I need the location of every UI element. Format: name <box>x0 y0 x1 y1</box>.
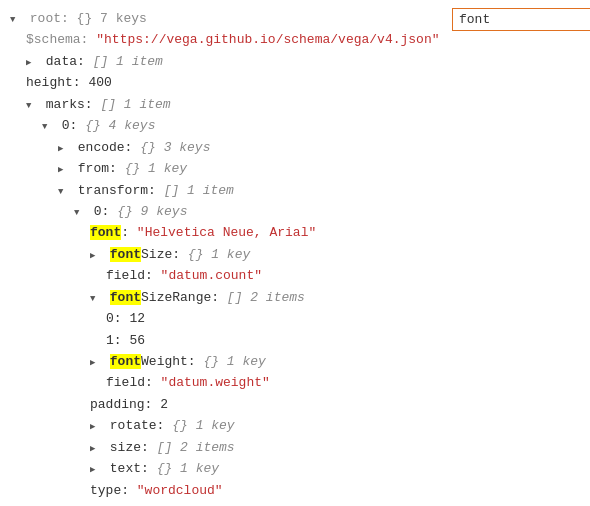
fontsize-field-line: field: "datum.count" <box>10 265 432 286</box>
fsr0-line: 0: 12 <box>10 308 432 329</box>
fsr1-key: 1: <box>106 333 129 348</box>
fontsizerange-arrow[interactable] <box>90 287 102 308</box>
padding-inner-val: 2 <box>160 397 168 412</box>
fontsizerange-rest: SizeRange: <box>141 290 227 305</box>
fontsize-field-val: "datum.count" <box>161 268 262 283</box>
type-inner-key: type: <box>90 483 137 498</box>
schema-line: $schema: "https://vega.github.io/schema/… <box>10 29 432 50</box>
marks-arrow[interactable] <box>26 94 38 115</box>
data-arrow[interactable] <box>26 51 38 72</box>
text-line: text: {} 1 key <box>10 458 432 479</box>
encode-line: encode: {} 3 keys <box>10 137 432 158</box>
height-val: 400 <box>88 75 111 90</box>
padding-inner-key: padding: <box>90 397 160 412</box>
marks-meta: [] 1 item <box>100 97 170 112</box>
search-input[interactable] <box>452 8 590 31</box>
mark0-key: 0: <box>62 118 85 133</box>
fontweight-highlight: font <box>110 354 141 369</box>
transform0-line: 0: {} 9 keys <box>10 201 432 222</box>
fontsize-rest: Size: <box>141 247 188 262</box>
size-key: size: <box>110 440 157 455</box>
from-key: from: <box>78 161 125 176</box>
mark0-arrow[interactable] <box>42 115 54 136</box>
transform-arrow[interactable] <box>58 180 70 201</box>
fsr0-val: 12 <box>129 311 145 326</box>
rotate-line: rotate: {} 1 key <box>10 415 432 436</box>
from-line: from: {} 1 key <box>10 158 432 179</box>
text-arrow[interactable] <box>90 458 102 479</box>
text-meta: {} 1 key <box>157 461 219 476</box>
json-panel: root: {} 7 keys $schema: "https://vega.g… <box>0 0 442 506</box>
size-meta: [] 2 items <box>157 440 235 455</box>
fontsizerange-line: fontSizeRange: [] 2 items <box>10 287 432 308</box>
fontweight-arrow[interactable] <box>90 351 102 372</box>
fontweight-field-line: field: "datum.weight" <box>10 372 432 393</box>
from-arrow[interactable] <box>58 158 70 179</box>
encode-arrow[interactable] <box>58 137 70 158</box>
encode-meta: {} 3 keys <box>140 140 210 155</box>
fontsize-meta: {} 1 key <box>188 247 250 262</box>
data-key: data: <box>46 54 93 69</box>
fontsizerange-meta: [] 2 items <box>227 290 305 305</box>
fontsizerange-highlight: font <box>110 290 141 305</box>
mark0-meta: {} 4 keys <box>85 118 155 133</box>
data-meta: [] 1 item <box>93 54 163 69</box>
transform0-arrow[interactable] <box>74 201 86 222</box>
fontweight-field-key: field: <box>106 375 161 390</box>
fontsize-highlight: font <box>110 247 141 262</box>
fsr1-line: 1: 56 <box>10 330 432 351</box>
type-outer-line: type: "text" <box>10 501 432 506</box>
font-highlight: font <box>90 225 121 240</box>
encode-key: encode: <box>78 140 140 155</box>
mark0-line: 0: {} 4 keys <box>10 115 432 136</box>
fontsize-arrow[interactable] <box>90 244 102 265</box>
fontweight-field-val: "datum.weight" <box>161 375 270 390</box>
from-meta: {} 1 key <box>125 161 187 176</box>
main-container: root: {} 7 keys $schema: "https://vega.g… <box>0 0 590 506</box>
marks-line: marks: [] 1 item <box>10 94 432 115</box>
search-panel <box>442 0 590 506</box>
fontweight-meta: {} 1 key <box>203 354 265 369</box>
marks-key: marks: <box>46 97 101 112</box>
transform0-key: 0: <box>94 204 117 219</box>
font-val: "Helvetica Neue, Arial" <box>137 225 316 240</box>
size-line: size: [] 2 items <box>10 437 432 458</box>
schema-key: $schema: <box>26 32 88 47</box>
type-inner-val: "wordcloud" <box>137 483 223 498</box>
type-inner-line: type: "wordcloud" <box>10 480 432 501</box>
fsr1-val: 56 <box>129 333 145 348</box>
height-key: height: <box>26 75 88 90</box>
text-key: text: <box>110 461 157 476</box>
rotate-key: rotate: <box>110 418 172 433</box>
fontsize-line: fontSize: {} 1 key <box>10 244 432 265</box>
fontweight-rest: Weight: <box>141 354 203 369</box>
schema-val: "https://vega.github.io/schema/vega/v4.j… <box>96 32 439 47</box>
font-line: font: "Helvetica Neue, Arial" <box>10 222 432 243</box>
fontsize-field-key: field: <box>106 268 161 283</box>
padding-inner-line: padding: 2 <box>10 394 432 415</box>
size-arrow[interactable] <box>90 437 102 458</box>
transform-line: transform: [] 1 item <box>10 180 432 201</box>
height-line: height: 400 <box>10 72 432 93</box>
root-label: root: {} 7 keys <box>30 11 147 26</box>
rotate-arrow[interactable] <box>90 415 102 436</box>
fontweight-line: fontWeight: {} 1 key <box>10 351 432 372</box>
transform-key: transform: <box>78 183 164 198</box>
font-colon: : <box>121 225 129 240</box>
transform-meta: [] 1 item <box>164 183 234 198</box>
root-line: root: {} 7 keys <box>10 8 432 29</box>
rotate-meta: {} 1 key <box>172 418 234 433</box>
data-line: data: [] 1 item <box>10 51 432 72</box>
transform0-meta: {} 9 keys <box>117 204 187 219</box>
root-arrow[interactable] <box>10 8 22 29</box>
fsr0-key: 0: <box>106 311 129 326</box>
